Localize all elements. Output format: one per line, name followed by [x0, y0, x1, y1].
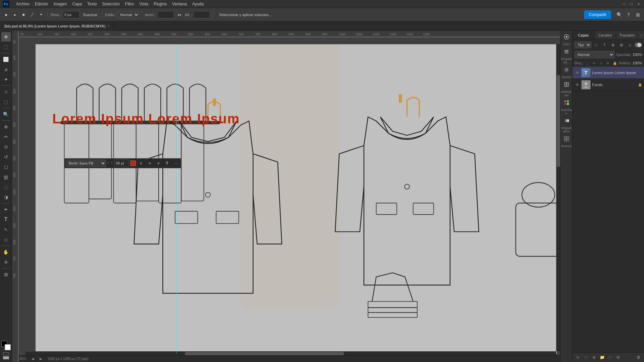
tab-close-btn[interactable]: ×	[108, 24, 110, 28]
tool-blur[interactable]: ◌	[1, 182, 11, 192]
tool-gradient[interactable]: ▥	[1, 172, 11, 182]
scroll-right-btn[interactable]: ▶	[40, 357, 42, 361]
menu-ventana[interactable]: Ventana	[172, 2, 187, 6]
share-button[interactable]: Compartir	[584, 10, 611, 19]
quick-color-btn[interactable]	[562, 32, 571, 42]
tool-brush[interactable]: ✏	[1, 132, 11, 141]
text-more-btn[interactable]: ···	[172, 160, 179, 167]
align-right-btn[interactable]: ≡	[155, 160, 162, 167]
maximize-btn[interactable]: □	[629, 1, 634, 7]
opacity-value[interactable]: 100%	[633, 53, 642, 57]
font-color-swatch[interactable]	[130, 161, 136, 166]
font-family-select[interactable]: Berlin Sans FB	[66, 160, 106, 167]
toolbar-shape-line[interactable]: ╱	[28, 11, 36, 19]
layer-mask-btn[interactable]: □	[583, 354, 589, 361]
layer-search-text-btn[interactable]: T	[601, 41, 608, 49]
quick-property-btn[interactable]	[562, 47, 571, 56]
tab-trazados[interactable]: Trazados	[616, 31, 638, 40]
menu-texto[interactable]: Texto	[87, 2, 97, 6]
layer-search-shape-btn[interactable]: ◇	[626, 41, 633, 49]
tool-quick-select[interactable]: ✦	[1, 75, 11, 84]
tool-zoom[interactable]: ⊕	[1, 257, 11, 267]
tab-capas[interactable]: Capas	[573, 31, 594, 40]
lock-draw-btn[interactable]: ✏	[591, 60, 597, 66]
lock-all-btn[interactable]: 🔒	[612, 60, 618, 66]
tool-move[interactable]: ✛	[1, 32, 11, 42]
layer-copy-btn[interactable]: ⊞	[615, 354, 622, 361]
toolbar-shape-poly[interactable]: ◆	[19, 11, 28, 19]
layer-filter-select[interactable]: Tipo	[575, 42, 591, 48]
search-btn[interactable]: 🔍	[615, 11, 623, 19]
layer-visibility-0[interactable]: 👁	[575, 70, 580, 75]
menu-capa[interactable]: Capa	[72, 2, 82, 6]
panel-collapse-btn[interactable]: «	[638, 31, 644, 40]
tool-eraser[interactable]: ◻	[1, 162, 11, 172]
menu-seleccion[interactable]: Selección	[102, 2, 120, 6]
menu-vista[interactable]: Vista	[139, 2, 148, 6]
close-btn[interactable]: ×	[636, 1, 641, 7]
menu-edicion[interactable]: Edición	[35, 2, 48, 6]
tool-crop[interactable]: ⊹	[1, 87, 11, 97]
tool-clone[interactable]: ⊙	[1, 142, 11, 152]
lock-position-btn[interactable]: ✛	[605, 60, 611, 66]
quick-bibliotecas-btn[interactable]	[562, 80, 571, 89]
layer-visibility-1[interactable]: 👁	[575, 82, 580, 87]
screen-mode-btn[interactable]	[3, 356, 9, 359]
quick-motivos-btn[interactable]	[562, 134, 571, 143]
layer-adj-btn[interactable]: ⊕	[591, 354, 597, 361]
lock-artboard-btn[interactable]: ⊹	[598, 60, 604, 66]
tool-edit[interactable]: ⊞	[1, 270, 11, 279]
tool-pen[interactable]: ✒	[1, 205, 11, 214]
tool-type[interactable]: T	[1, 215, 11, 224]
tool-artboard[interactable]: ⬚	[1, 42, 11, 52]
tool-eyedropper[interactable]: 🔍	[1, 110, 11, 119]
anch-input[interactable]	[157, 11, 174, 18]
scroll-left-btn[interactable]: ◀	[32, 357, 34, 361]
tool-dodge[interactable]: ◑	[1, 192, 11, 202]
layer-search-pixel-btn[interactable]: □	[593, 41, 600, 49]
text-T-btn[interactable]: T	[163, 160, 171, 167]
layer-fx-btn[interactable]: fx	[575, 354, 581, 361]
mask-mode-btn[interactable]	[3, 352, 9, 355]
vertical-scrollbar[interactable]	[556, 44, 560, 351]
menu-plugins[interactable]: Plugins	[154, 2, 167, 6]
workspace-btn[interactable]: ⊞	[634, 11, 642, 19]
layer-delete-btn[interactable]: 🗑	[635, 354, 642, 361]
layer-item-0[interactable]: 👁 T Lorem Ipsum Lorem Ipsum	[573, 67, 644, 79]
layer-search-adj-btn[interactable]: ⊕	[609, 41, 616, 49]
quick-ajustes-btn[interactable]	[562, 65, 571, 74]
desvx-input[interactable]	[63, 11, 79, 18]
layer-search-smart-btn[interactable]: ⊞	[618, 41, 625, 49]
menu-imagen[interactable]: Imagen	[53, 2, 67, 6]
lock-pixels-btn[interactable]: ⬚	[585, 60, 590, 66]
canvas-document[interactable]: Lorem Ipsum Lorem Ipsum Berlin Sans FB T…	[36, 44, 557, 354]
toolbar-shape-ellipse[interactable]: ●	[11, 11, 19, 19]
tool-shape[interactable]: ◇	[1, 235, 11, 244]
tool-hand[interactable]: ✋	[1, 247, 11, 257]
menu-archivo[interactable]: Archivo	[16, 2, 30, 6]
link-btn[interactable]: ⇔	[175, 11, 183, 19]
layer-filter-toggle[interactable]	[635, 43, 642, 47]
toolbar-shape-custom[interactable]: ✦	[37, 11, 45, 19]
background-color[interactable]	[5, 344, 11, 350]
tab-canales[interactable]: Canales	[594, 31, 616, 40]
quick-muestras-btn[interactable]	[562, 98, 571, 107]
fill-value[interactable]: 100%	[633, 61, 642, 65]
tool-healing[interactable]: ⊕	[1, 122, 11, 131]
tool-history[interactable]: ↺	[1, 152, 11, 162]
layer-item-1[interactable]: 👁 Fondo 🔒	[573, 79, 644, 91]
alt-input[interactable]	[193, 11, 210, 18]
v-scroll-thumb[interactable]	[557, 75, 560, 167]
tool-marquee[interactable]: ⬜	[1, 55, 11, 64]
menu-filtro[interactable]: Filtro	[125, 2, 134, 6]
layer-page-btn[interactable]: □	[607, 354, 613, 361]
menu-ayuda[interactable]: Ayuda	[192, 2, 204, 6]
horizontal-scrollbar[interactable]	[25, 351, 556, 355]
layer-blend-select[interactable]: Normal	[575, 51, 614, 58]
help-btn[interactable]: ?	[625, 11, 633, 19]
suavizar-btn[interactable]: Suavizar	[81, 11, 99, 19]
minimize-btn[interactable]: ─	[621, 1, 627, 7]
style-select[interactable]: Normal	[117, 11, 139, 18]
toolbar-shape-rect[interactable]: ■	[2, 11, 10, 19]
align-center-btn[interactable]: ≡	[146, 160, 153, 167]
